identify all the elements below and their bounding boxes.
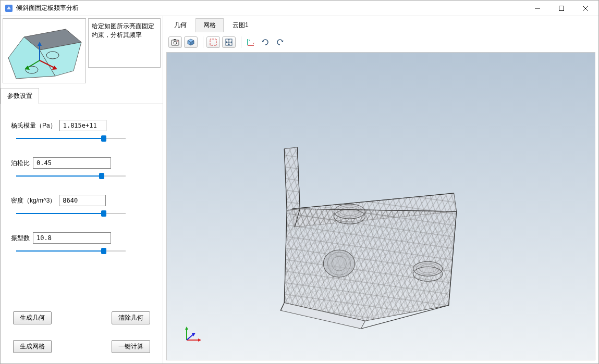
svg-point-49 [323, 250, 354, 277]
left-top-row: 给定如图所示亮面固定约束，分析其频率 [1, 16, 163, 85]
rotate-ccw-icon [275, 37, 285, 47]
select-rect-icon [209, 38, 217, 46]
view-toolbar: y x [163, 32, 598, 52]
generate-geometry-button[interactable]: 生成几何 [13, 311, 52, 324]
screenshot-button[interactable] [168, 36, 182, 48]
slider-thumb-icon[interactable] [99, 173, 104, 179]
fit-view-button[interactable] [222, 36, 236, 48]
view-tab-geometry[interactable]: 几何 [166, 18, 194, 32]
generate-mesh-button[interactable]: 生成网格 [13, 340, 52, 353]
density-slider[interactable] [16, 209, 126, 218]
xy-axis-icon: y x [246, 37, 255, 47]
maximize-button[interactable] [549, 1, 573, 16]
app-icon [5, 4, 13, 12]
compute-button[interactable]: 一键计算 [112, 340, 150, 353]
tool-group-3: y x [245, 36, 291, 48]
view-tab-contour[interactable]: 云图1 [225, 18, 256, 32]
slider-thumb-icon[interactable] [101, 135, 106, 142]
youngs-modulus-label: 杨氏模量（Pa） [11, 121, 56, 130]
svg-point-17 [174, 41, 177, 44]
svg-text:x: x [253, 42, 254, 45]
app-window: 倾斜面固定板频率分析 [0, 0, 599, 364]
tab-params[interactable]: 参数设置 [1, 88, 39, 104]
svg-marker-57 [185, 327, 188, 330]
left-panel: 给定如图所示亮面固定约束，分析其频率 参数设置 杨氏模量（Pa） [1, 16, 163, 363]
param-mode-count: 振型数 [11, 232, 152, 255]
svg-text:y: y [249, 38, 250, 41]
youngs-modulus-slider[interactable] [16, 134, 126, 143]
mesh-render [167, 53, 595, 360]
3d-viewport[interactable] [166, 52, 595, 360]
description-box: 给定如图所示亮面固定约束，分析其频率 [88, 18, 161, 68]
clear-geometry-button[interactable]: 清除几何 [112, 311, 150, 324]
slider-thumb-icon[interactable] [101, 248, 106, 254]
density-input[interactable] [59, 195, 106, 206]
param-poisson: 泊松比 [11, 157, 152, 180]
window-controls [525, 1, 597, 16]
svg-marker-59 [198, 338, 201, 342]
params-panel: 杨氏模量（Pa） 泊松比 [1, 104, 163, 291]
poisson-input[interactable] [33, 157, 111, 169]
isometric-button[interactable] [184, 36, 198, 48]
camera-icon [171, 39, 179, 46]
svg-point-18 [177, 41, 178, 42]
close-icon [583, 6, 588, 11]
youngs-modulus-input[interactable] [59, 120, 106, 131]
svg-rect-19 [174, 39, 176, 40]
geometry-thumbnail [3, 18, 86, 83]
tool-group-1 [168, 36, 203, 48]
tool-group-2 [206, 36, 241, 48]
slider-thumb-icon[interactable] [101, 210, 106, 217]
main-body: 给定如图所示亮面固定约束，分析其频率 参数设置 杨氏模量（Pa） [1, 16, 598, 363]
view-tabs: 几何 网格 云图1 [163, 16, 598, 32]
poisson-label: 泊松比 [11, 159, 30, 168]
density-label: 密度（kg/m^3） [11, 196, 56, 205]
right-panel: 几何 网格 云图1 [163, 16, 598, 363]
left-tabbar: 参数设置 [1, 87, 163, 104]
mode-count-label: 振型数 [11, 234, 30, 243]
svg-rect-23 [210, 39, 216, 45]
fit-view-icon [225, 38, 233, 46]
rotate-ccw-button[interactable] [274, 36, 286, 48]
box-select-button[interactable] [206, 36, 220, 48]
param-density: 密度（kg/m^3） [11, 195, 152, 218]
titlebar: 倾斜面固定板频率分析 [1, 1, 598, 16]
mode-count-input[interactable] [33, 232, 111, 244]
poisson-slider[interactable] [16, 172, 126, 180]
isometric-cube-icon [187, 38, 195, 46]
svg-rect-2 [559, 6, 564, 10]
axis-toggle-button[interactable]: y x [245, 36, 257, 48]
minimize-button[interactable] [525, 1, 549, 16]
rotate-cw-button[interactable] [259, 36, 272, 48]
button-row-2: 生成网格 一键计算 [1, 340, 163, 353]
maximize-icon [559, 6, 564, 11]
button-row-1: 生成几何 清除几何 [1, 311, 163, 324]
window-title: 倾斜面固定板频率分析 [16, 4, 525, 12]
mode-count-slider[interactable] [16, 247, 126, 255]
minimize-icon [535, 6, 540, 11]
param-youngs-modulus: 杨氏模量（Pa） [11, 120, 152, 143]
axes-triad-icon [182, 323, 203, 344]
rotate-cw-icon [261, 37, 270, 47]
view-tab-mesh[interactable]: 网格 [195, 18, 224, 32]
close-button[interactable] [573, 1, 597, 16]
